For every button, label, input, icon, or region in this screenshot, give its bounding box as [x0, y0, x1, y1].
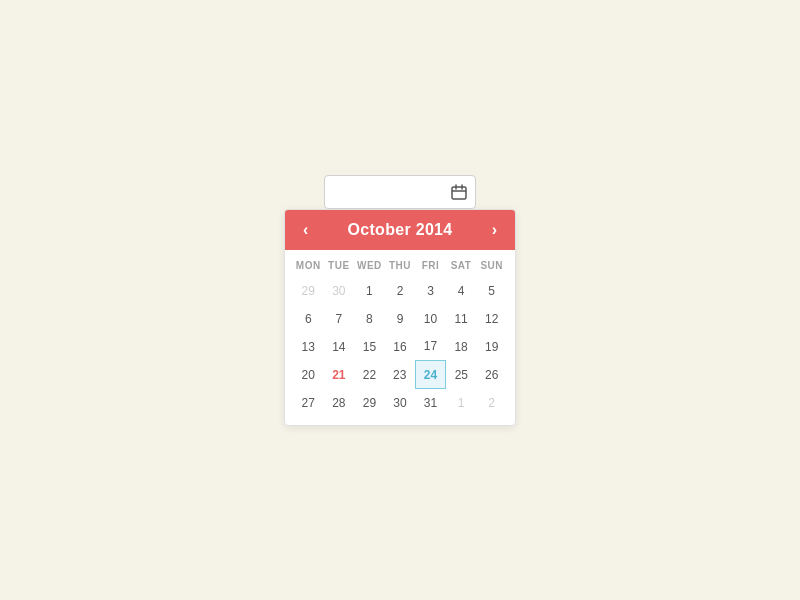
next-month-button[interactable]: ›: [486, 220, 503, 240]
weekday-header: WED: [354, 256, 385, 277]
calendar-day[interactable]: 25: [446, 361, 477, 389]
calendar-day[interactable]: 3: [415, 277, 446, 305]
calendar-week-row: 13141516171819: [293, 333, 507, 361]
weekday-header: FRI: [415, 256, 446, 277]
weekday-header-row: MONTUEWEDTHUFRISATSUN: [293, 256, 507, 277]
calendar-day[interactable]: 28: [324, 389, 355, 417]
calendar-day[interactable]: 10: [415, 305, 446, 333]
calendar-week-row: 272829303112: [293, 389, 507, 417]
weekday-header: THU: [385, 256, 416, 277]
weekday-header: TUE: [324, 256, 355, 277]
calendar-day[interactable]: 17: [415, 333, 446, 361]
calendar-day[interactable]: 1: [446, 389, 477, 417]
calendar-day[interactable]: 4: [446, 277, 477, 305]
prev-month-button[interactable]: ‹: [297, 220, 314, 240]
calendar-day[interactable]: 18: [446, 333, 477, 361]
calendar-day[interactable]: 30: [385, 389, 416, 417]
date-input-wrapper: [324, 175, 476, 209]
calendar-day[interactable]: 1: [354, 277, 385, 305]
month-year-label: October 2014: [348, 221, 453, 239]
calendar-day[interactable]: 5: [476, 277, 507, 305]
calendar-day[interactable]: 16: [385, 333, 416, 361]
calendar-week-row: 293012345: [293, 277, 507, 305]
calendar-day[interactable]: 9: [385, 305, 416, 333]
calendar-day[interactable]: 19: [476, 333, 507, 361]
calendar-header: ‹ October 2014 ›: [285, 210, 515, 250]
calendar-day[interactable]: 27: [293, 389, 324, 417]
calendar-dropdown: ‹ October 2014 › MONTUEWEDTHUFRISATSUN 2…: [284, 209, 516, 426]
calendar-day[interactable]: 24: [415, 361, 446, 389]
calendar-day[interactable]: 23: [385, 361, 416, 389]
calendar-day[interactable]: 13: [293, 333, 324, 361]
calendar-body: MONTUEWEDTHUFRISATSUN 293012345678910111…: [285, 250, 515, 425]
weekday-header: SUN: [476, 256, 507, 277]
days-grid: MONTUEWEDTHUFRISATSUN 293012345678910111…: [293, 256, 507, 417]
calendar-day[interactable]: 29: [293, 277, 324, 305]
weekday-header: MON: [293, 256, 324, 277]
calendar-day[interactable]: 8: [354, 305, 385, 333]
calendar-day[interactable]: 2: [385, 277, 416, 305]
calendar-day[interactable]: 2: [476, 389, 507, 417]
calendar-week-row: 6789101112: [293, 305, 507, 333]
calendar-day[interactable]: 30: [324, 277, 355, 305]
calendar-widget: ‹ October 2014 › MONTUEWEDTHUFRISATSUN 2…: [284, 175, 516, 426]
calendar-icon: [451, 184, 467, 200]
calendar-day[interactable]: 6: [293, 305, 324, 333]
svg-rect-0: [452, 187, 466, 199]
calendar-day[interactable]: 26: [476, 361, 507, 389]
calendar-day[interactable]: 11: [446, 305, 477, 333]
calendar-day[interactable]: 12: [476, 305, 507, 333]
calendar-week-row: 20212223242526: [293, 361, 507, 389]
calendar-day[interactable]: 15: [354, 333, 385, 361]
calendar-day[interactable]: 7: [324, 305, 355, 333]
calendar-day[interactable]: 22: [354, 361, 385, 389]
calendar-day[interactable]: 21: [324, 361, 355, 389]
calendar-day[interactable]: 29: [354, 389, 385, 417]
calendar-day[interactable]: 14: [324, 333, 355, 361]
weekday-header: SAT: [446, 256, 477, 277]
calendar-icon-button[interactable]: [442, 175, 476, 209]
calendar-day[interactable]: 31: [415, 389, 446, 417]
calendar-day[interactable]: 20: [293, 361, 324, 389]
